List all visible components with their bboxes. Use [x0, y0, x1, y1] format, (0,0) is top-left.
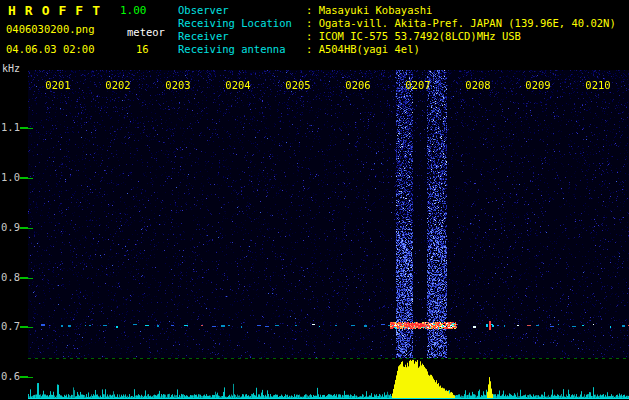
- info-label: Receiving Location: [178, 17, 306, 30]
- info-panel: Observer: Masayuki Kobayashi Receiving L…: [178, 4, 616, 56]
- app-title: HROFFT: [8, 3, 109, 18]
- time-tick-label: 0201: [43, 79, 73, 91]
- time-tick-label: 0202: [103, 79, 133, 91]
- info-value: : A504HB(yagi 4el): [306, 43, 420, 55]
- hrofft-window: HROFFT 1.00 0406030200.png meteor 04.06.…: [0, 0, 629, 400]
- mode-label: meteor: [127, 26, 165, 38]
- info-row-location: Receiving Location: Ogata-vill. Akita-Pr…: [178, 17, 616, 30]
- meteor-count: 16: [136, 43, 149, 55]
- info-label: Receiving antenna: [178, 43, 306, 56]
- time-tick-label: 0207: [403, 79, 433, 91]
- info-value: : Masayuki Kobayashi: [306, 4, 432, 16]
- time-tick-label: 0210: [583, 79, 613, 91]
- time-tick-label: 0204: [223, 79, 253, 91]
- time-tick-label: 0203: [163, 79, 193, 91]
- time-tick-label: 0206: [343, 79, 373, 91]
- observation-datetime: 04.06.03 02:00: [6, 43, 95, 55]
- signal-level-canvas: [28, 358, 629, 400]
- app-version: 1.00: [120, 4, 147, 17]
- frequency-unit-label: kHz: [2, 63, 20, 74]
- output-filename: 0406030200.png: [6, 23, 95, 35]
- info-label: Receiver: [178, 30, 306, 43]
- time-tick-label: 0208: [463, 79, 493, 91]
- info-value: : ICOM IC-575 53.7492(8LCD)MHz USB: [306, 30, 521, 42]
- info-value: : Ogata-vill. Akita-Pref. JAPAN (139.96E…: [306, 17, 616, 29]
- info-label: Observer: [178, 4, 306, 17]
- time-tick-label: 0205: [283, 79, 313, 91]
- time-tick-label: 0209: [523, 79, 553, 91]
- info-row-observer: Observer: Masayuki Kobayashi: [178, 4, 616, 17]
- spectrogram-canvas: [28, 70, 629, 358]
- info-row-receiver: Receiver: ICOM IC-575 53.7492(8LCD)MHz U…: [178, 30, 616, 43]
- info-row-antenna: Receiving antenna: A504HB(yagi 4el): [178, 43, 616, 56]
